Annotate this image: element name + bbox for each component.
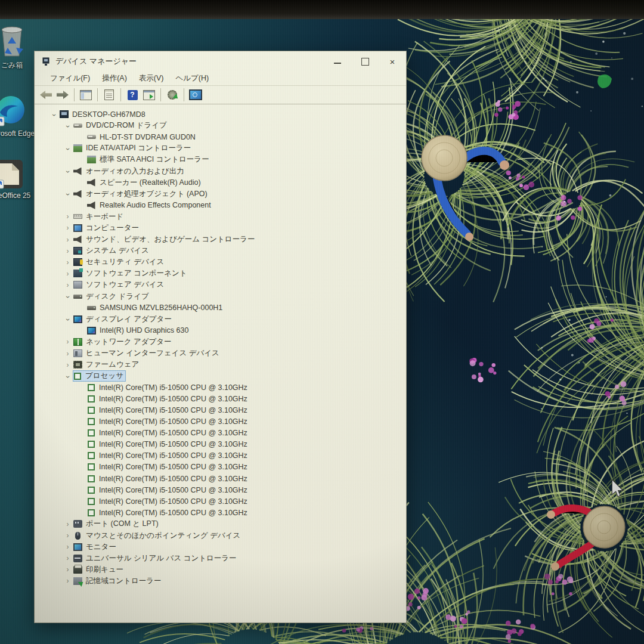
chevron-right-icon[interactable]: › bbox=[63, 236, 73, 243]
processor-icon bbox=[88, 395, 95, 402]
tree-row[interactable]: Intel(R) UHD Graphics 630 bbox=[35, 325, 406, 336]
tree-row[interactable]: ›IDE ATA/ATAPI コントローラー bbox=[35, 143, 406, 154]
scan-hardware-changes-icon[interactable] bbox=[166, 89, 179, 101]
chevron-right-icon[interactable]: › bbox=[63, 566, 73, 573]
tree-row[interactable]: ›オーディオ処理オブジェクト (APO) bbox=[35, 188, 406, 200]
tree-row[interactable]: ›ソフトウェア コンポーネント bbox=[35, 268, 406, 279]
chevron-down-icon[interactable]: › bbox=[64, 315, 72, 325]
chevron-right-icon[interactable]: › bbox=[63, 555, 73, 562]
tree-row[interactable]: Intel(R) Core(TM) i5-10500 CPU @ 3.10GHz bbox=[35, 484, 406, 496]
tree-row[interactable]: ›ファームウェア bbox=[35, 359, 406, 370]
desktop-icon-libreoffice[interactable]: LibreOffice 25 bbox=[0, 159, 37, 200]
back-icon[interactable] bbox=[39, 89, 52, 101]
tree-row[interactable]: ›オーディオの入力および出力 bbox=[35, 165, 406, 177]
chevron-right-icon[interactable]: › bbox=[63, 577, 73, 584]
forward-icon[interactable] bbox=[56, 89, 69, 101]
tree-row[interactable]: ›記憶域コントローラー bbox=[35, 575, 406, 587]
ide-controller-icon bbox=[87, 156, 96, 163]
chevron-down-icon[interactable]: › bbox=[64, 167, 72, 177]
chevron-right-icon[interactable]: › bbox=[63, 350, 73, 357]
tree-row[interactable]: Intel(R) Core(TM) i5-10500 CPU @ 3.10GHz bbox=[35, 439, 406, 450]
tree-row[interactable]: ›モニター bbox=[35, 541, 406, 553]
menu-help[interactable]: ヘルプ(H) bbox=[169, 72, 215, 85]
chevron-down-icon[interactable]: › bbox=[64, 371, 72, 382]
tree-row[interactable]: ›ポート (COM と LPT) bbox=[35, 518, 406, 530]
device-label: キーボード bbox=[86, 212, 123, 222]
device-label: Intel(R) Core(TM) i5-10500 CPU @ 3.10GHz bbox=[99, 451, 247, 460]
tree-row[interactable]: ›セキュリティ デバイス bbox=[35, 256, 406, 268]
tree-row[interactable]: ›ディスク ドライブ bbox=[35, 291, 406, 302]
monitor-bezel bbox=[0, 0, 644, 19]
chevron-down-icon[interactable]: › bbox=[64, 190, 72, 200]
remote-computer-icon[interactable] bbox=[189, 89, 202, 101]
chevron-right-icon[interactable]: › bbox=[63, 247, 73, 255]
title-bar[interactable]: デバイス マネージャー × bbox=[35, 51, 406, 72]
close-button[interactable]: × bbox=[379, 51, 406, 72]
toolbar-separator bbox=[120, 88, 121, 101]
chevron-right-icon[interactable]: › bbox=[63, 543, 73, 550]
tree-row[interactable]: SAMSUNG MZVLB256HAHQ-000H1 bbox=[35, 302, 406, 314]
chevron-right-icon[interactable]: › bbox=[63, 361, 73, 369]
tree-row[interactable]: Intel(R) Core(TM) i5-10500 CPU @ 3.10GHz bbox=[35, 450, 406, 462]
minimize-button[interactable] bbox=[324, 51, 351, 72]
display-adapter-icon bbox=[87, 327, 96, 335]
tree-row[interactable]: ›マウスとそのほかのポインティング デバイス bbox=[35, 530, 406, 541]
chevron-down-icon[interactable]: › bbox=[64, 292, 72, 302]
tree-row[interactable]: ›ヒューマン インターフェイス デバイス bbox=[35, 348, 406, 359]
maximize-button[interactable] bbox=[351, 51, 379, 72]
device-label: オーディオ処理オブジェクト (APO) bbox=[86, 189, 208, 199]
tree-row[interactable]: Intel(R) Core(TM) i5-10500 CPU @ 3.10GHz bbox=[35, 473, 406, 484]
tree-row[interactable]: ›コンピューター bbox=[35, 222, 406, 234]
tree-row[interactable]: ›DESKTOP-GH67MD8 bbox=[35, 109, 406, 120]
chevron-right-icon[interactable]: › bbox=[63, 521, 73, 528]
chevron-down-icon[interactable]: › bbox=[51, 110, 58, 120]
device-label: ファームウェア bbox=[86, 360, 139, 370]
ports-icon bbox=[73, 520, 82, 528]
chevron-down-icon[interactable]: › bbox=[64, 121, 72, 131]
chevron-right-icon[interactable]: › bbox=[63, 259, 73, 266]
tree-row[interactable]: HL-DT-ST DVDRAM GUD0N bbox=[35, 131, 406, 143]
menu-view[interactable]: 表示(V) bbox=[133, 72, 170, 85]
help-icon[interactable]: ? bbox=[126, 89, 139, 101]
tree-row[interactable]: ›印刷キュー bbox=[35, 564, 406, 575]
menu-file[interactable]: ファイル(F) bbox=[44, 72, 96, 85]
tree-row[interactable]: ›ディスプレイ アダプター bbox=[35, 314, 406, 325]
tree-row[interactable]: Intel(R) Core(TM) i5-10500 CPU @ 3.10GHz bbox=[35, 496, 406, 507]
network-adapter-icon bbox=[73, 338, 82, 346]
tree-row[interactable]: Intel(R) Core(TM) i5-10500 CPU @ 3.10GHz bbox=[35, 404, 406, 416]
tree-row[interactable]: ›ソフトウェア デバイス bbox=[35, 279, 406, 290]
tree-row[interactable]: ›キーボード bbox=[35, 211, 406, 222]
tree-row[interactable]: ›サウンド、ビデオ、およびゲーム コントローラー bbox=[35, 234, 406, 245]
device-label: Intel(R) Core(TM) i5-10500 CPU @ 3.10GHz bbox=[99, 383, 247, 392]
tree-row[interactable]: 標準 SATA AHCI コントローラー bbox=[35, 154, 406, 165]
menu-action[interactable]: 操作(A) bbox=[96, 72, 133, 85]
monitor-icon bbox=[73, 543, 82, 551]
tree-row[interactable]: Intel(R) Core(TM) i5-10500 CPU @ 3.10GHz bbox=[35, 507, 406, 518]
tree-row[interactable]: Intel(R) Core(TM) i5-10500 CPU @ 3.10GHz bbox=[35, 462, 406, 473]
processor-icon bbox=[88, 463, 95, 470]
chevron-down-icon[interactable]: › bbox=[64, 144, 72, 154]
tree-row[interactable]: Realtek Audio Effects Component bbox=[35, 200, 406, 211]
tree-row[interactable]: Intel(R) Core(TM) i5-10500 CPU @ 3.10GHz bbox=[35, 393, 406, 404]
tree-row[interactable]: ›プロセッサ bbox=[35, 370, 406, 382]
chevron-right-icon[interactable]: › bbox=[63, 338, 73, 345]
chevron-right-icon[interactable]: › bbox=[63, 213, 73, 220]
tree-row[interactable]: ›ネットワーク アダプター bbox=[35, 336, 406, 348]
tree-row[interactable]: Intel(R) Core(TM) i5-10500 CPU @ 3.10GHz bbox=[35, 382, 406, 393]
tree-row[interactable]: ›ユニバーサル シリアル バス コントローラー bbox=[35, 553, 406, 564]
chevron-right-icon[interactable]: › bbox=[63, 281, 73, 289]
tree-row[interactable]: スピーカー (Realtek(R) Audio) bbox=[35, 177, 406, 188]
show-console-tree-icon[interactable] bbox=[79, 89, 92, 101]
tree-row[interactable]: Intel(R) Core(TM) i5-10500 CPU @ 3.10GHz bbox=[35, 416, 406, 428]
tree-row[interactable]: ›システム デバイス bbox=[35, 245, 406, 256]
tree-row[interactable]: Intel(R) Core(TM) i5-10500 CPU @ 3.10GHz bbox=[35, 428, 406, 439]
action-pane-icon[interactable] bbox=[143, 89, 156, 101]
device-label: ヒューマン インターフェイス デバイス bbox=[86, 348, 219, 358]
tree-row[interactable]: ›DVD/CD-ROM ドライブ bbox=[35, 120, 406, 131]
properties-icon[interactable] bbox=[103, 89, 116, 101]
chevron-right-icon[interactable]: › bbox=[63, 224, 73, 231]
device-label: DVD/CD-ROM ドライブ bbox=[86, 120, 167, 131]
chevron-right-icon[interactable]: › bbox=[63, 532, 73, 539]
device-label: Intel(R) Core(TM) i5-10500 CPU @ 3.10GHz bbox=[99, 497, 247, 506]
chevron-right-icon[interactable]: › bbox=[63, 270, 73, 277]
